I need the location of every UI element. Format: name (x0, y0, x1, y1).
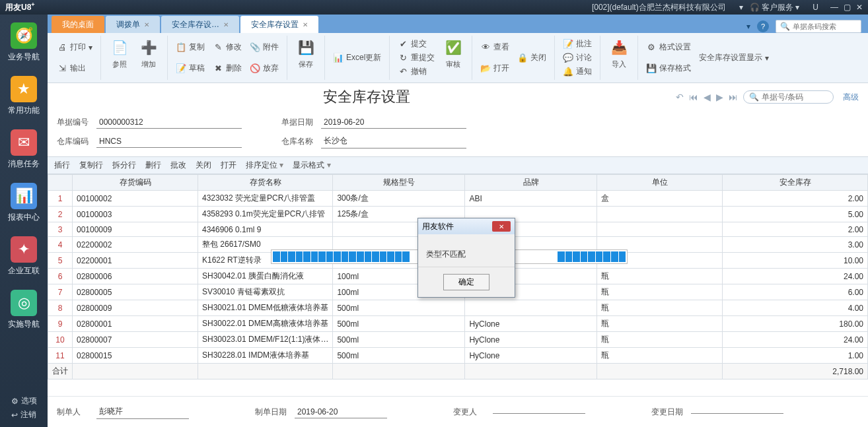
dup-row-button[interactable]: 复制行 (79, 160, 103, 171)
delete-button[interactable]: ✖删除 (209, 61, 246, 75)
revoke-button[interactable]: ↶撤销 (394, 65, 439, 79)
view-button[interactable]: 👁查看 (476, 40, 513, 54)
logout-link[interactable]: ↩注销 (11, 409, 37, 420)
resubmit-button[interactable]: ↻重提交 (394, 51, 439, 65)
cell-name[interactable]: SH30228.01 IMDM液体培养基 (198, 348, 333, 364)
dialog-header[interactable]: 用友软件 ✕ (418, 218, 515, 234)
cell-unit[interactable] (597, 222, 723, 237)
draft-button[interactable]: 📝草稿 (172, 61, 209, 75)
discard-button[interactable]: 🚫放弃 (246, 61, 283, 75)
doc-date-value[interactable]: 2019-06-20 (321, 116, 466, 129)
table-row[interactable]: 10 02800007 SH30023.01 DMEM/F12(1:1)液体… … (48, 332, 868, 348)
insert-row-button[interactable]: 插行 (54, 160, 70, 171)
cell-qty[interactable]: 1.00 (723, 348, 868, 364)
cell-name[interactable]: SH30022.01 DMEM高糖液体培养基 (198, 316, 333, 332)
cell-name[interactable]: SH30023.01 DMEM/F12(1:1)液体… (198, 332, 333, 348)
table-row[interactable]: 11 02800015 SH30228.01 IMDM液体培养基 500ml H… (48, 348, 868, 364)
cell-qty[interactable]: 5.00 (723, 207, 868, 222)
barcode-search[interactable]: 🔍 (776, 20, 861, 33)
cell-unit[interactable]: 瓶 (597, 332, 723, 348)
cell-unit[interactable]: 瓶 (597, 300, 723, 316)
tab-desktop[interactable]: 我的桌面 (52, 16, 104, 33)
cell-qty[interactable]: 24.00 (723, 332, 868, 348)
doc-no-value[interactable]: 0000000312 (96, 116, 242, 129)
tab-close-icon[interactable]: ✕ (303, 21, 308, 28)
cell-code[interactable]: 02800001 (73, 316, 198, 332)
col-unit[interactable]: 单位 (597, 175, 723, 191)
notify-button[interactable]: 🔔通知 (559, 65, 596, 79)
discuss-button[interactable]: 💬讨论 (559, 51, 596, 65)
tab-close-icon[interactable]: ✕ (223, 21, 229, 28)
dialog-close-icon[interactable]: ✕ (492, 221, 511, 232)
format-button[interactable]: ⚙格式设置 (642, 40, 695, 54)
barcode-search-input[interactable] (793, 22, 859, 30)
cell-name[interactable]: 4358293 0.1m荧光定量PCR八排管 (198, 207, 333, 222)
cell-qty[interactable]: 2.00 (723, 222, 868, 237)
del-row-button[interactable]: 删行 (145, 160, 161, 171)
advanced-link[interactable]: 高级 (843, 92, 859, 103)
cell-qty[interactable]: 2.00 (723, 191, 868, 207)
doc-search-input[interactable] (762, 92, 828, 102)
save-format-button[interactable]: 💾保存格式 (642, 61, 695, 75)
cell-brand[interactable] (465, 300, 597, 316)
attach-button[interactable]: 📎附件 (246, 40, 283, 54)
submit-button[interactable]: ✔提交 (394, 37, 439, 51)
cell-code[interactable]: 02800005 (73, 284, 198, 300)
cell-name[interactable]: 4323032 荧光定量PCR八排管盖 (198, 191, 333, 207)
cell-qty[interactable]: 4.00 (723, 300, 868, 316)
col-spec[interactable]: 规格型号 (333, 175, 465, 191)
nav-enterprise[interactable]: ✦企业互联 (4, 236, 44, 277)
cell-brand[interactable]: ABI (465, 191, 597, 207)
cell-spec[interactable]: 500ml (333, 348, 465, 364)
copy-button[interactable]: 📋复制 (172, 40, 209, 54)
cell-unit[interactable]: 瓶 (597, 284, 723, 300)
cell-spec[interactable]: 500ml (333, 300, 465, 316)
cell-unit[interactable]: 瓶 (597, 348, 723, 364)
dialog-ok-button[interactable]: 确定 (443, 274, 489, 290)
cell-code[interactable]: 02800015 (73, 348, 198, 364)
reference-button[interactable]: 📄参照 (105, 36, 134, 80)
display-button[interactable]: 安全库存设置显示 ▾ (695, 51, 773, 65)
tab-transfer[interactable]: 调拨单✕ (106, 16, 160, 33)
nav-favorites[interactable]: ★常用功能 (4, 76, 44, 116)
split-row-button[interactable]: 拆分行 (112, 160, 136, 171)
cell-qty[interactable]: 3.00 (723, 237, 868, 253)
nav-messages[interactable]: ✉消息任务 (4, 129, 44, 170)
save-button[interactable]: 💾保存 (291, 36, 320, 80)
undo-icon[interactable]: ↶ (676, 92, 684, 102)
batch-button[interactable]: 批改 (170, 160, 186, 171)
tab-safety2[interactable]: 安全库存设置✕ (240, 16, 318, 33)
cell-qty[interactable]: 24.00 (723, 269, 868, 284)
print-button[interactable]: 🖨打印 ▾ (53, 40, 96, 54)
cell-unit[interactable]: 瓶 (597, 269, 723, 284)
tab-safety1[interactable]: 安全库存设…✕ (161, 16, 239, 33)
import-button[interactable]: 📥导入 (604, 36, 633, 80)
cell-spec[interactable]: 500ml (333, 316, 465, 332)
cell-code[interactable]: 00100002 (73, 191, 198, 207)
doc-search[interactable]: 🔍 (743, 90, 834, 104)
cell-code[interactable]: 02200002 (73, 237, 198, 253)
customer-service-link[interactable]: 🎧 客户服务 ▾ (750, 2, 800, 13)
excel-update-button[interactable]: 📊Excel更新 (329, 51, 385, 65)
options-link[interactable]: ⚙选项 (11, 395, 37, 407)
table-row[interactable]: 8 02800009 SH30021.01 DMEM低糖液体培养基 500ml … (48, 300, 868, 316)
company-dropdown-icon[interactable]: ▾ (739, 3, 743, 12)
col-qty[interactable]: 安全库存 (723, 175, 868, 191)
cell-name[interactable]: 4346906 0.1ml 9 (198, 222, 333, 237)
add-button[interactable]: ➕增加 (134, 36, 163, 80)
cell-code[interactable]: 00100009 (73, 222, 198, 237)
tabs-dropdown-icon[interactable]: ▾ (746, 22, 750, 31)
col-code[interactable]: 存货编码 (73, 175, 198, 191)
output-button[interactable]: ⇲输出 (53, 61, 96, 75)
table-row[interactable]: 9 02800001 SH30022.01 DMEM高糖液体培养基 500ml … (48, 316, 868, 332)
cell-code[interactable]: 02800009 (73, 300, 198, 316)
cell-unit[interactable]: 盒 (597, 191, 723, 207)
cell-unit[interactable] (597, 207, 723, 222)
cell-brand[interactable]: HyClone (465, 348, 597, 364)
cell-qty[interactable]: 180.00 (723, 316, 868, 332)
wh-code-value[interactable]: HNCS (96, 135, 242, 148)
display-format-button[interactable]: 显示格式 (293, 160, 330, 171)
cell-code[interactable]: 02200001 (73, 253, 198, 269)
annot-button[interactable]: 📝批注 (559, 37, 596, 51)
sort-button[interactable]: 排序定位 (246, 160, 283, 171)
